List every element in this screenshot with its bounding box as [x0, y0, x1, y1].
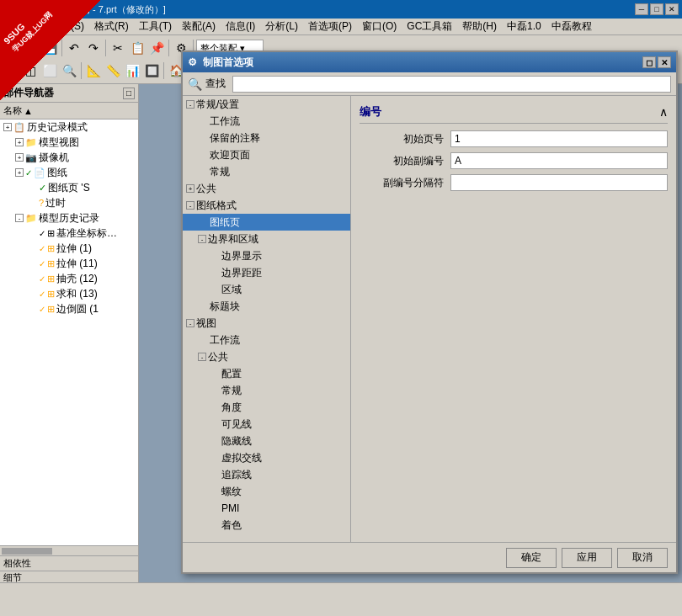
dialog-content: 编号 ∧ 初始页号初始副编号副编号分隔符	[351, 96, 676, 542]
dialog-tree-item[interactable]: 螺纹	[183, 483, 350, 500]
open-btn[interactable]: 📂	[21, 39, 40, 57]
dialog-tree-item[interactable]: 可见线	[183, 416, 350, 433]
dialog-tree-item[interactable]: +公共	[183, 180, 350, 197]
dialog-tree-item[interactable]: -视图	[183, 315, 350, 332]
redo-btn[interactable]: ↷	[84, 39, 103, 57]
dialog-resize-btn[interactable]: ◻	[642, 56, 656, 68]
tree-expand-icon[interactable]: +	[15, 153, 24, 162]
view-btn5[interactable]: 📐	[84, 61, 103, 80]
dialog-settings-icon: ⚙	[188, 56, 197, 68]
ok-button[interactable]: 确定	[506, 548, 557, 568]
dialog-tree-item[interactable]: 常规	[183, 382, 350, 399]
tree-expand-icon[interactable]: +	[15, 168, 24, 177]
dialog-tree-item[interactable]: 边界距距	[183, 264, 350, 281]
dialog-close-btn[interactable]: ✕	[658, 56, 671, 68]
tree-item[interactable]: ?过时	[0, 195, 138, 210]
tree-item[interactable]: ✓图纸页 'S	[0, 180, 138, 195]
menu-item-S[interactable]: 插入(S)	[45, 18, 89, 35]
cancel-button[interactable]: 取消	[617, 548, 668, 568]
sep3	[168, 40, 169, 56]
menu-item-H[interactable]: 帮助(H)	[457, 18, 502, 35]
tree-header: 名称 ▲	[0, 103, 138, 119]
field-input-副编号分隔符[interactable]	[450, 174, 668, 191]
panel-tabs: 相依性 细节	[0, 555, 138, 586]
dialog-tree-item[interactable]: 保留的注释	[183, 130, 350, 146]
dialog-tree-item[interactable]: -边界和区域	[183, 231, 350, 247]
tree-item[interactable]: +📋历史记录模式	[0, 119, 138, 135]
dialog-tree-item[interactable]: 标题块	[183, 298, 350, 315]
dialog-tree-item[interactable]: 隐藏线	[183, 433, 350, 449]
tree-expand-icon[interactable]: +	[3, 123, 12, 131]
menu-item-A[interactable]: 装配(A)	[177, 18, 221, 35]
menu-item-T[interactable]: 工具(T)	[134, 18, 177, 35]
menu-item-GC[interactable]: GC工具箱	[402, 18, 457, 35]
paste-btn[interactable]: 📌	[147, 39, 166, 57]
apply-button[interactable]: 应用	[562, 548, 612, 568]
dialog-tree-item[interactable]: -公共	[183, 348, 350, 365]
tab-dependencies[interactable]: 相依性	[0, 556, 138, 571]
dialog-tree-item[interactable]: 角度	[183, 399, 350, 416]
dialog-search-label: 查找	[205, 77, 226, 91]
save-btn[interactable]: 💾	[40, 39, 59, 57]
dialog-tree-item[interactable]: 图纸页	[183, 214, 350, 231]
menu-item-I[interactable]: 信息(I)	[221, 18, 260, 35]
tree-item[interactable]: ✓⊞抽壳 (12)	[0, 271, 138, 286]
menu-item-10[interactable]: 中磊1.0	[502, 18, 546, 35]
tree-col-name[interactable]: 名称 ▲	[3, 104, 135, 117]
tree-item[interactable]: -📁模型历史记录	[0, 210, 138, 226]
tree-item[interactable]: +✓📄图纸	[0, 165, 138, 180]
menu-item-O[interactable]: 窗口(O)	[357, 18, 402, 35]
tree-item[interactable]: ✓⊞求和 (13)	[0, 286, 138, 301]
tree-item[interactable]: ✓⊞边倒圆 (1	[0, 301, 138, 316]
dialog-tree-item[interactable]: 虚拟交线	[183, 449, 350, 466]
dialog-tree-item[interactable]: 欢迎页面	[183, 146, 350, 163]
tree-item[interactable]: ✓⊞基准坐标标…	[0, 226, 138, 241]
tree-item[interactable]: ✓⊞拉伸 (11)	[0, 256, 138, 271]
sep1	[61, 40, 62, 56]
dialog-tree-item[interactable]: 工作流	[183, 113, 350, 130]
view-btn6[interactable]: 📏	[104, 61, 122, 80]
menu-item-L[interactable]: 分析(L)	[260, 18, 303, 35]
dialog-tree[interactable]: -常规/设置工作流保留的注释欢迎页面常规+公共-图纸格式图纸页-边界和区域边界显…	[183, 96, 351, 542]
dialog-body: -常规/设置工作流保留的注释欢迎页面常规+公共-图纸格式图纸页-边界和区域边界显…	[183, 96, 676, 542]
view-btn8[interactable]: 🔲	[142, 61, 161, 80]
dialog-tree-item[interactable]: PMI	[183, 500, 350, 517]
view-btn4[interactable]: 🔍	[60, 61, 78, 80]
dialog-tree-item[interactable]: 边界显示	[183, 247, 350, 264]
dialog-search-input[interactable]	[232, 76, 671, 93]
field-row: 初始页号	[360, 130, 668, 147]
panel-pin-btn[interactable]: □	[123, 88, 135, 99]
dialog-tree-item[interactable]: 工作流	[183, 332, 350, 348]
copy-btn[interactable]: 📋	[128, 39, 147, 57]
tree-item[interactable]: ✓⊞拉伸 (1)	[0, 241, 138, 256]
dialog-tree-item[interactable]: 配置	[183, 365, 350, 382]
menu-item-P[interactable]: 首选项(P)	[303, 18, 357, 35]
dialog-tree-item[interactable]: -图纸格式	[183, 197, 350, 214]
section-collapse-btn[interactable]: ∧	[659, 105, 668, 119]
dialog-tree-item[interactable]: -常规/设置	[183, 96, 350, 113]
tree-area[interactable]: +📋历史记录模式+📁模型视图+📷摄像机+✓📄图纸✓图纸页 'S?过时-📁模型历史…	[0, 119, 138, 545]
dialog-tree-item[interactable]: 常规	[183, 163, 350, 180]
maximize-button[interactable]: □	[650, 3, 663, 15]
tree-expand-icon[interactable]: -	[15, 214, 24, 222]
view-btn1[interactable]: ⊞	[2, 61, 20, 80]
field-input-初始页号[interactable]	[450, 130, 668, 147]
field-input-初始副编号[interactable]	[450, 152, 668, 169]
dialog-tree-item[interactable]: 区域	[183, 281, 350, 298]
tree-expand-icon[interactable]: +	[15, 138, 24, 146]
menu-item-R[interactable]: 格式(R)	[89, 18, 134, 35]
minimize-button[interactable]: ─	[635, 3, 648, 15]
cut-btn[interactable]: ✂	[109, 39, 127, 57]
view-btn3[interactable]: ⬜	[40, 61, 59, 80]
tree-item[interactable]: +📁模型视图	[0, 135, 138, 150]
dialog-tree-item[interactable]: 着色	[183, 517, 350, 534]
close-button[interactable]: ✕	[665, 3, 679, 15]
undo-btn[interactable]: ↶	[65, 39, 83, 57]
view-btn7[interactable]: 📊	[123, 61, 141, 80]
dialog-tree-item[interactable]: 追踪线	[183, 466, 350, 483]
menu-item-[interactable]: 中磊教程	[546, 18, 597, 35]
menu-item-V[interactable]: 视图(V)	[2, 18, 45, 35]
tree-item[interactable]: +📷摄像机	[0, 150, 138, 165]
new-btn[interactable]: 📄	[2, 39, 20, 57]
view-btn2[interactable]: ◫	[21, 61, 40, 80]
